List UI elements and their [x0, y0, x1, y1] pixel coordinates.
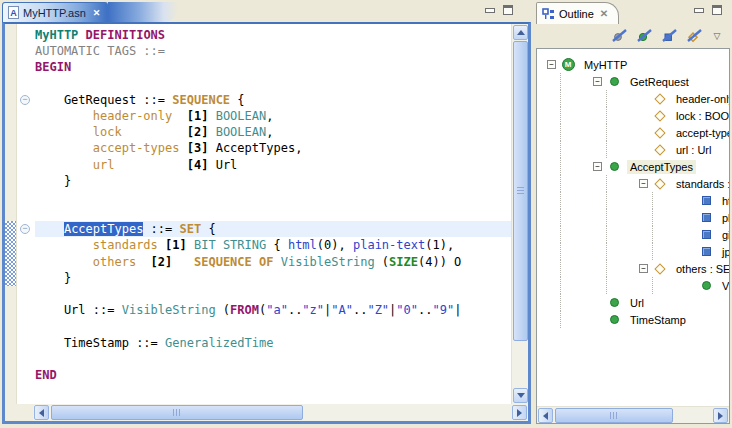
outline-item-getrequest[interactable]: −GetRequest	[537, 73, 729, 90]
code-line: }	[35, 270, 511, 286]
outline-item-label: AcceptTypes	[627, 160, 696, 174]
outline-item-accepttypes[interactable]: −AcceptTypes	[537, 158, 729, 175]
outline-item-html[interactable]: html	[537, 192, 729, 209]
editor-tab-title: MyHTTP.asn	[23, 7, 86, 19]
code-line: }	[35, 173, 511, 189]
filter-values-button[interactable]	[660, 28, 679, 44]
module-icon: M	[560, 58, 576, 71]
outline-item-label: jpeg	[719, 245, 729, 259]
scroll-right-icon[interactable]	[512, 405, 527, 420]
tree-collapse-icon[interactable]: −	[593, 162, 602, 171]
outline-scroll-right-icon[interactable]	[713, 408, 728, 423]
outline-item-myhttp[interactable]: −MMyHTTP	[537, 56, 729, 73]
code-line: BEGIN	[35, 59, 511, 75]
code-line: GetRequest ::= SEQUENCE {	[35, 92, 511, 108]
code-line: AUTOMATIC TAGS ::=	[35, 43, 511, 59]
view-menu-icon[interactable]: ▽	[710, 31, 724, 41]
code-line: lock [2] BOOLEAN,	[35, 124, 511, 140]
outline-item-plain-text[interactable]: plain-text	[537, 209, 729, 226]
code-line: url [4] Url	[35, 157, 511, 173]
editor-minimize-icon[interactable]	[485, 8, 495, 13]
outline-item-url[interactable]: Url	[537, 294, 729, 311]
outline-item-label: html	[719, 194, 729, 208]
field-icon	[652, 95, 668, 103]
editor-maximize-icon[interactable]	[503, 5, 513, 15]
filter-types-button[interactable]	[635, 28, 654, 44]
editor-horizontal-scrollbar[interactable]	[5, 404, 528, 421]
outline-item-label: accept-types : AcceptTypes	[673, 126, 729, 140]
outline-item-url[interactable]: url : Url	[537, 141, 729, 158]
tree-collapse-icon[interactable]: −	[547, 60, 556, 69]
outline-item-label: GetRequest	[627, 75, 692, 89]
outline-item-gif[interactable]: gif	[537, 226, 729, 243]
tab-strip-swoosh	[108, 2, 178, 22]
outline-item-lock[interactable]: lock : BOOLEAN	[537, 107, 729, 124]
outline-view-icon	[542, 8, 555, 20]
bit-icon	[698, 247, 714, 256]
outline-item-label: header-only : BOOLEAN	[673, 92, 729, 106]
scroll-up-icon[interactable]	[513, 25, 528, 40]
outline-item-label: url : Url	[673, 143, 714, 157]
code-line: others [2] SEQUENCE OF VisibleString (SI…	[35, 254, 511, 270]
folding-ruler[interactable]: −−	[17, 24, 33, 404]
code-line	[35, 189, 511, 205]
filter-variables-button[interactable]	[610, 28, 629, 44]
outline-item-accept-types[interactable]: accept-types : AcceptTypes	[537, 124, 729, 141]
scroll-left-icon[interactable]	[34, 405, 49, 420]
outline-tree: −MMyHTTP−GetRequestheader-only : BOOLEAN…	[537, 49, 729, 406]
code-line: MyHTTP DEFINITIONS	[35, 27, 511, 43]
selected-text: AcceptTypes	[64, 222, 143, 236]
outline-tab[interactable]: Outline ✕	[536, 2, 619, 24]
collapse-fold-icon[interactable]: −	[20, 95, 30, 105]
code-line: AcceptTypes ::= SET {	[35, 221, 511, 237]
tree-collapse-icon[interactable]: −	[639, 179, 648, 188]
bit-icon	[698, 213, 714, 222]
code-line: Url ::= VisibleString (FROM("a".."z"|"A"…	[35, 302, 511, 318]
outline-item-jpeg[interactable]: jpeg	[537, 243, 729, 260]
code-line: standards [1] BIT STRING { html(0), plai…	[35, 237, 511, 253]
outline-tab-close-icon[interactable]: ✕	[600, 8, 608, 19]
editor-vertical-scrollbar[interactable]	[511, 24, 528, 404]
vertical-scroll-thumb[interactable]	[513, 41, 528, 341]
outline-pane: Outline ✕ ▽ −MMyHTTP−GetRequestheader-on…	[536, 2, 730, 424]
annotation-ruler[interactable]	[5, 24, 17, 404]
scroll-down-icon[interactable]	[513, 388, 528, 403]
outline-item-label: plain-text	[719, 211, 729, 225]
tree-collapse-icon[interactable]: −	[639, 264, 648, 273]
editor-tab-strip: A MyHTTP.asn ✕	[2, 2, 531, 22]
outline-horizontal-scroll-thumb[interactable]	[555, 408, 673, 423]
editor-pane: A MyHTTP.asn ✕ −− MyHTTP DEFINITIONSAUTO…	[2, 2, 531, 424]
horizontal-scroll-thumb[interactable]	[51, 405, 303, 420]
outline-horizontal-scrollbar[interactable]	[537, 406, 729, 423]
outline-item-timestamp[interactable]: TimeStamp	[537, 311, 729, 328]
outline-item-label: MyHTTP	[581, 58, 630, 72]
outline-item-others[interactable]: −others : SEQUENCE OF	[537, 260, 729, 277]
field-icon	[652, 180, 668, 188]
outline-item-label: others : SEQUENCE OF	[673, 262, 729, 276]
outline-item-standards[interactable]: −standards : BIT STRING	[537, 175, 729, 192]
editor-tab-close-icon[interactable]: ✕	[93, 8, 101, 18]
outline-item-header-only[interactable]: header-only : BOOLEAN	[537, 90, 729, 107]
outline-item-visiblestring[interactable]: VisibleString	[537, 277, 729, 294]
outline-content: −MMyHTTP−GetRequestheader-only : BOOLEAN…	[536, 48, 730, 424]
field-icon	[652, 146, 668, 154]
tree-collapse-icon[interactable]: −	[593, 77, 602, 86]
code-line	[35, 351, 511, 367]
range-indicator	[5, 221, 16, 286]
code-area[interactable]: MyHTTP DEFINITIONSAUTOMATIC TAGS ::=BEGI…	[33, 24, 511, 404]
outline-maximize-icon[interactable]	[712, 5, 722, 15]
editor-frame: −− MyHTTP DEFINITIONSAUTOMATIC TAGS ::=B…	[2, 22, 531, 424]
filter-fields-button[interactable]	[685, 28, 704, 44]
asn-file-icon: A	[8, 6, 19, 19]
outline-scroll-left-icon[interactable]	[538, 408, 553, 423]
bit-icon	[698, 196, 714, 205]
type-icon	[606, 315, 622, 324]
collapse-fold-icon[interactable]: −	[20, 224, 30, 234]
outline-item-label: TimeStamp	[627, 313, 689, 327]
type-icon	[606, 162, 622, 171]
outline-item-label: Url	[627, 296, 647, 310]
editor-tab[interactable]: A MyHTTP.asn ✕	[2, 2, 108, 22]
code-line	[35, 76, 511, 92]
type-icon	[698, 281, 714, 290]
outline-minimize-icon[interactable]	[694, 8, 704, 13]
